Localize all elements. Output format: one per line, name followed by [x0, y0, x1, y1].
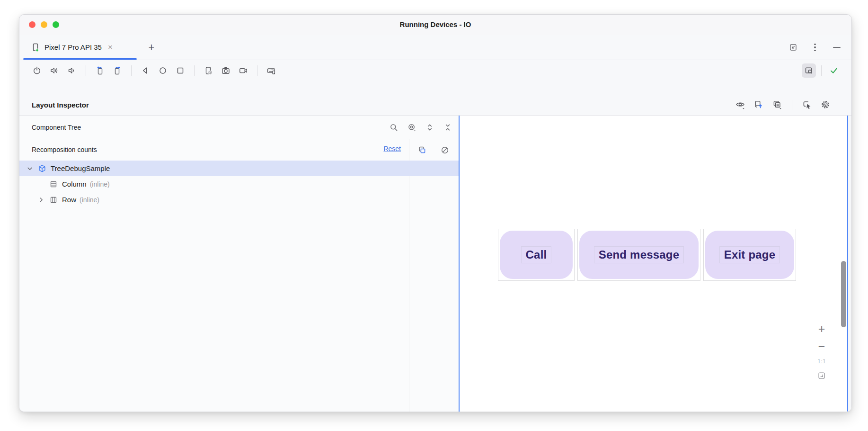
rotate-right-button[interactable]	[110, 63, 124, 78]
chevron-right-icon[interactable]	[36, 195, 46, 205]
node-label: Row	[62, 196, 76, 204]
separator	[821, 65, 822, 76]
task-done-button[interactable]	[827, 63, 841, 78]
device-screen-panel: Call Send message Exit page + − 1:1	[460, 116, 851, 412]
overview-icon	[176, 66, 185, 75]
layout-bounds-call: Call	[498, 229, 575, 281]
separator	[131, 65, 132, 76]
power-icon	[32, 66, 42, 75]
window-title: Running Devices - IO	[19, 15, 851, 35]
zoom-controls: + − 1:1	[814, 323, 830, 381]
camera-icon	[221, 66, 230, 75]
collapse-all-button[interactable]	[441, 120, 455, 135]
visibility-options-button[interactable]	[405, 120, 419, 135]
device-settings-button[interactable]	[201, 63, 215, 78]
component-tree-header: Component Tree	[19, 116, 459, 139]
overview-button[interactable]	[173, 63, 187, 78]
tab-pixel-7-pro[interactable]: Pixel 7 Pro API 35 ×	[23, 35, 118, 60]
zoom-actual-size-button[interactable]: 1:1	[817, 358, 826, 365]
screen-record-button[interactable]	[236, 63, 250, 78]
layout-inspector-icon	[804, 66, 814, 75]
hardware-input-button[interactable]	[264, 63, 278, 78]
keyboard-icon	[266, 66, 276, 75]
component-tree-panel: Component Tree	[19, 116, 459, 412]
home-icon	[158, 66, 168, 75]
layout-inspector-toggle-button[interactable]	[802, 63, 816, 78]
recomposition-highlight-button[interactable]	[415, 143, 429, 157]
node-suffix: (inline)	[90, 180, 110, 188]
video-camera-icon	[239, 66, 248, 75]
tree-row-row[interactable]: Row (inline)	[19, 192, 459, 207]
column-composable-icon	[49, 180, 58, 189]
component-tree: TreeDebugSample Column (inline)	[19, 161, 459, 207]
recomposition-counts-icon	[417, 145, 427, 155]
tree-row-column[interactable]: Column (inline)	[19, 176, 459, 192]
separator	[792, 99, 792, 110]
toolbar-right-actions	[802, 63, 841, 78]
green-check-icon	[829, 66, 839, 75]
tab-close-icon[interactable]: ×	[106, 43, 115, 52]
home-button[interactable]	[156, 63, 170, 78]
new-tab-button[interactable]: +	[144, 40, 159, 54]
select-component-button[interactable]	[800, 98, 814, 112]
call-button[interactable]: Call	[500, 231, 573, 279]
back-button[interactable]	[138, 63, 152, 78]
reset-counts-link[interactable]: Reset	[383, 145, 401, 153]
send-message-button[interactable]: Send message	[579, 231, 699, 279]
screenshot-button[interactable]	[219, 63, 233, 78]
more-options-button[interactable]	[808, 40, 822, 54]
visibility-options-icon	[407, 123, 416, 132]
layout-inspector-title: Layout Inspector	[32, 94, 89, 116]
expand-all-icon	[425, 123, 434, 132]
tab-label: Pixel 7 Pro API 35	[44, 43, 102, 51]
power-button[interactable]	[30, 63, 44, 78]
phone-icon	[31, 43, 40, 52]
embed-window-button[interactable]	[786, 40, 800, 54]
export-snapshot-icon	[753, 99, 764, 110]
export-snapshot-button[interactable]	[752, 98, 766, 112]
settings-button[interactable]	[818, 98, 833, 112]
separator	[194, 65, 195, 76]
running-devices-window: Running Devices - IO Pixel 7 Pro API 35 …	[19, 14, 852, 412]
rotate-left-button[interactable]	[93, 63, 107, 78]
recomposition-counts-label: Recomposition counts	[32, 139, 97, 161]
volume-down-button[interactable]	[65, 63, 79, 78]
vertical-scrollbar-thumb[interactable]	[841, 261, 846, 327]
zoom-out-button[interactable]: −	[818, 340, 825, 352]
hide-toolwindow-button[interactable]	[830, 40, 844, 54]
call-button-label: Call	[521, 246, 552, 263]
component-tree-actions	[387, 120, 455, 135]
tree-row-treedebugsample[interactable]: TreeDebugSample	[19, 161, 459, 176]
exit-page-button[interactable]: Exit page	[705, 231, 794, 279]
snapshot-views-icon	[772, 99, 782, 110]
chevron-down-icon[interactable]	[25, 164, 35, 173]
collapse-all-icon	[443, 123, 452, 132]
circle-slash-icon	[440, 145, 450, 155]
rotate-right-icon	[113, 66, 122, 75]
layout-inspector-header: Layout Inspector	[19, 94, 851, 116]
panel-right-margin	[848, 116, 851, 412]
expand-all-button[interactable]	[423, 120, 437, 135]
node-suffix: (inline)	[80, 196, 99, 204]
titlebar: Running Devices - IO	[19, 15, 851, 35]
zoom-in-button[interactable]: +	[818, 323, 825, 335]
zoom-to-fit-button[interactable]	[816, 370, 827, 381]
layout-bounds-send-message: Send message	[577, 229, 700, 281]
rotate-left-icon	[95, 66, 105, 75]
snapshot-views-button[interactable]	[770, 98, 784, 112]
node-label: TreeDebugSample	[51, 164, 110, 172]
device-settings-icon	[204, 66, 213, 75]
skip-counts-button[interactable]	[438, 143, 452, 157]
tabbar-right-actions	[786, 40, 844, 54]
layout-bounds-exit-page: Exit page	[703, 229, 796, 281]
kebab-icon	[814, 44, 816, 52]
search-icon	[389, 123, 399, 132]
volume-up-button[interactable]	[47, 63, 62, 78]
view-options-button[interactable]	[733, 98, 747, 112]
eye-icon	[735, 99, 745, 110]
search-button[interactable]	[387, 120, 401, 135]
select-pointer-icon	[802, 99, 812, 110]
gear-icon	[820, 99, 831, 110]
volume-down-icon	[67, 66, 77, 75]
layout-inspector-actions	[733, 98, 833, 112]
